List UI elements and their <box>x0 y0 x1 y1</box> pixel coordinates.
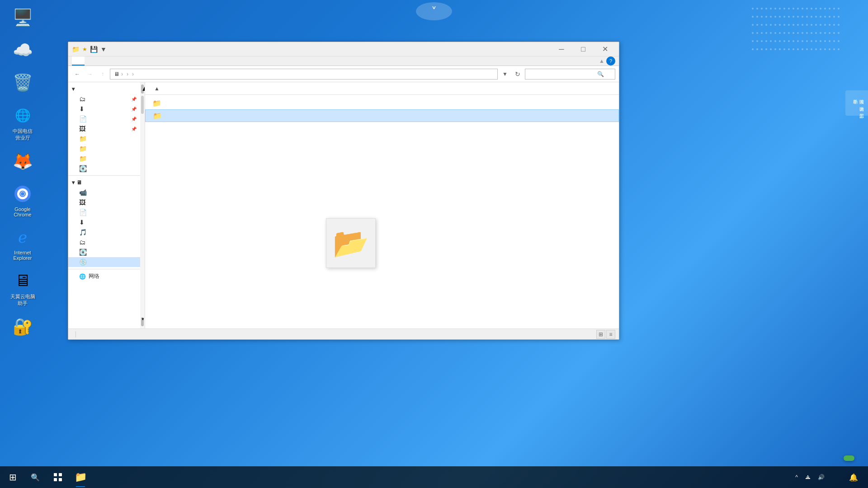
sidebar-scrollbar[interactable]: ▲ ▼ <box>140 82 145 328</box>
ribbon-collapse-icon[interactable]: ▲ <box>599 58 604 64</box>
drive-c-icon: 💽 <box>79 249 87 256</box>
sidebar-item-64[interactable]: 📁 <box>68 134 140 144</box>
right-panel: 阅读助手 请勿 部工 <box>845 90 868 116</box>
sidebar-item-local-c2[interactable]: 💽 <box>68 247 140 257</box>
col-header-name[interactable]: ▲ <box>149 85 315 92</box>
sidebar-item-docs2[interactable]: 📄 <box>68 207 140 217</box>
desktop-icon-recycle[interactable]: 🗑️ <box>2 70 43 98</box>
sidebar-item-wallpaper[interactable]: 📁 <box>68 154 140 164</box>
title-bar: 📁 ★ 💾 ▼ ─ □ ✕ <box>68 42 619 56</box>
sidebar-item-network[interactable]: 🌐 网络 <box>68 271 140 282</box>
system-tray: ^ 🔊 🔔 <box>791 466 866 488</box>
back-button[interactable]: ← <box>72 69 83 80</box>
quick-access-expand-icon: ▾ <box>72 86 75 92</box>
tab-home[interactable] <box>85 56 97 66</box>
desktop-icon-ie[interactable]: ℯ InternetExplorer <box>2 224 43 263</box>
sidebar-item-pictures1[interactable]: 🖼 📌 <box>68 124 140 134</box>
desktop-icon-tianyi-safe[interactable]: 🔐 <box>2 314 43 342</box>
desktop-icon-this-pc[interactable]: 🖥️ <box>2 5 43 33</box>
right-panel-dnd[interactable]: 请勿 <box>847 101 866 105</box>
file-row-openstack[interactable]: 📁 <box>145 109 619 122</box>
folder-icon: 📁 <box>79 145 87 152</box>
forward-button[interactable]: → <box>85 69 95 80</box>
view-buttons: ⊞ ≡ <box>596 330 615 339</box>
tab-share[interactable] <box>97 56 110 66</box>
tab-view[interactable] <box>110 56 123 66</box>
drive-d-icon: 💿 <box>79 258 87 266</box>
address-computer-icon: 🖥 <box>114 71 119 77</box>
svg-rect-7 <box>54 478 57 481</box>
tab-file[interactable] <box>72 56 85 66</box>
start-button[interactable]: ⊞ <box>2 466 24 488</box>
address-separator1: › <box>121 71 123 77</box>
folder-icon-openstack: 📁 <box>153 112 162 120</box>
up-button[interactable]: ↑ <box>97 69 108 80</box>
right-panel-read[interactable]: 阅读助手 <box>847 94 866 98</box>
folder-icon-ec2: 📁 <box>152 99 161 108</box>
search-box[interactable]: 🔍 <box>525 69 615 80</box>
doc-icon: 📄 <box>79 209 87 216</box>
tray-language[interactable] <box>828 466 834 488</box>
file-row-ec2[interactable]: 📁 <box>145 97 619 109</box>
sidebar-item-docs1[interactable]: 📄 📌 <box>68 114 140 124</box>
close-button[interactable]: ✕ <box>594 42 615 56</box>
search-button[interactable]: 🔍 <box>24 466 46 488</box>
sidebar-item-music[interactable]: 🎵 <box>68 227 140 237</box>
tray-clock[interactable] <box>835 466 842 488</box>
tray-show-hidden[interactable]: ^ <box>793 466 801 488</box>
svg-rect-10 <box>807 477 809 478</box>
window-controls: ─ □ ✕ <box>551 42 615 56</box>
desktop-icon-firefox[interactable]: 🦊 <box>2 148 43 176</box>
minimize-button[interactable]: ─ <box>551 42 572 56</box>
desktop-icon-tianyi[interactable]: ☁️ <box>2 37 43 65</box>
sidebar-item-video[interactable]: 📹 <box>68 188 140 197</box>
this-pc-expand-icon: ▾ <box>72 179 75 186</box>
sidebar-item-pictures2[interactable]: 🖼 <box>68 197 140 207</box>
grid-view-button[interactable]: ⊞ <box>596 330 605 339</box>
search-icon[interactable]: 🔍 <box>597 71 604 77</box>
help-button[interactable]: ? <box>606 56 615 66</box>
dot-pattern: const dp = document.querySelector('.dot-… <box>750 5 841 59</box>
taskbar-file-explorer[interactable]: 📁 <box>70 466 91 488</box>
desktop-icon-telecom[interactable]: 🌐 中国电信营业厅 <box>2 102 43 144</box>
sidebar-item-cd-d[interactable]: 💿 <box>68 257 140 267</box>
sidebar-item-local-c[interactable]: 💽 <box>68 164 140 174</box>
task-view-button[interactable] <box>47 466 69 488</box>
sidebar-divider2 <box>68 269 140 269</box>
sidebar-item-conf[interactable]: 📁 <box>68 144 140 154</box>
timer-badge <box>844 455 854 461</box>
sidebar-quick-access[interactable]: ▾ <box>68 84 140 94</box>
sidebar-item-desktop2[interactable]: 🗂 <box>68 237 140 247</box>
sidebar-scrollbar-thumb[interactable] <box>141 96 144 114</box>
scroll-chevron[interactable]: ˅ <box>416 2 452 20</box>
pin-icon: 📌 <box>131 117 137 122</box>
save-icon: 💾 <box>90 46 98 53</box>
sidebar-item-downloads1[interactable]: ⬇ 📌 <box>68 104 140 114</box>
desktop-icon-tianyi-pc[interactable]: 🖥 天翼云电脑助手 <box>2 267 43 309</box>
telecom-icon: 🌐 <box>12 104 33 126</box>
folder-icon: 📄 <box>79 115 87 122</box>
right-panel-dept[interactable]: 部工 <box>847 108 866 112</box>
dropdown-button[interactable]: ▼ <box>500 69 510 80</box>
sidebar-this-pc[interactable]: ▾ 🖥 <box>68 178 140 188</box>
tianyi-pc-icon: 🖥 <box>12 270 33 291</box>
notification-button[interactable]: 🔔 <box>843 466 864 488</box>
address-path[interactable]: 🖥 › › › <box>110 69 498 80</box>
tray-volume[interactable]: 🔊 <box>815 466 827 488</box>
drive-icon: 💽 <box>79 165 87 172</box>
sidebar-item-desktop1[interactable]: 🗂 📌 <box>68 94 140 104</box>
content-area: ▾ 🗂 📌 ⬇ 📌 📄 <box>68 82 619 328</box>
svg-rect-5 <box>54 473 57 476</box>
pc-folder-icon: 🖥 <box>76 179 82 186</box>
this-pc-icon: 🖥️ <box>12 7 33 28</box>
maximize-button[interactable]: □ <box>573 42 594 56</box>
list-view-button[interactable]: ≡ <box>606 330 615 339</box>
desktop-icon-chrome[interactable]: GoogleChrome <box>2 181 43 220</box>
folder-icon: 📁 <box>79 155 87 162</box>
tray-network[interactable] <box>802 466 814 488</box>
music-icon: 🎵 <box>79 229 87 236</box>
sidebar-item-downloads2[interactable]: ⬇ <box>68 217 140 227</box>
tianyi-pc-label: 天翼云电脑助手 <box>10 293 35 307</box>
network-icon: 🌐 <box>79 273 86 280</box>
refresh-button[interactable]: ↻ <box>512 69 523 80</box>
